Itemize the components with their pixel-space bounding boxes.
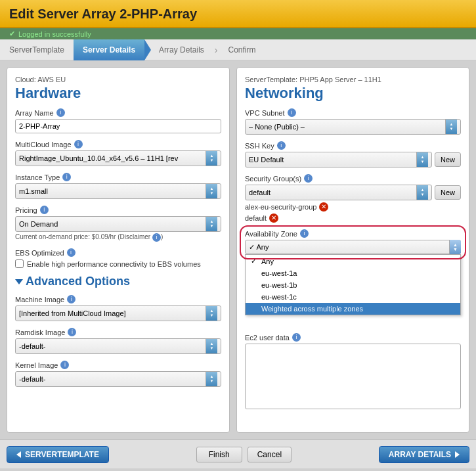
kernel-info-icon[interactable]: i xyxy=(60,361,69,369)
availability-zone-field: Availability Zone i ✓ Any ▲▼ ✓ Any xyxy=(245,229,461,254)
pricing-select[interactable]: On Demand ▲▼ xyxy=(15,216,221,232)
breadcrumb-confirm[interactable]: Confirm xyxy=(219,39,265,60)
ebs-info-icon[interactable]: i xyxy=(67,248,76,257)
availability-zone-info-icon[interactable]: i xyxy=(300,229,309,238)
ebs-checkbox-row: Enable high performance connectivity to … xyxy=(15,259,221,268)
machine-image-arrow[interactable]: ▲▼ xyxy=(206,306,217,321)
ramdisk-image-field: Ramdisk Image i -default- ▲▼ xyxy=(15,328,221,354)
ramdisk-info-icon[interactable]: i xyxy=(68,328,76,336)
ramdisk-arrow[interactable]: ▲▼ xyxy=(206,339,217,353)
finish-button[interactable]: Finish xyxy=(196,447,242,462)
ssh-key-new-button[interactable]: New xyxy=(435,152,461,167)
kernel-select-container: -default- ▲▼ xyxy=(15,371,221,387)
array-name-input[interactable] xyxy=(15,119,221,133)
availability-zone-dropdown[interactable]: ✓ Any ▲▼ ✓ Any eu-west-1a xyxy=(245,240,461,254)
breadcrumb-servertemplate[interactable]: ServerTemplate xyxy=(0,39,74,60)
ec2-user-data-info-icon[interactable]: i xyxy=(292,333,301,342)
ssh-info-icon[interactable]: i xyxy=(277,141,286,150)
multicloud-image-arrow[interactable]: ▲▼ xyxy=(206,151,217,166)
az-option-eu-west-1b[interactable]: eu-west-1b xyxy=(246,279,460,291)
security-group-item-2: default ✕ xyxy=(245,213,461,223)
array-name-field: Array Name i xyxy=(15,108,221,133)
security-groups-select[interactable]: default ▲▼ xyxy=(245,185,432,200)
kernel-image-label: Kernel Image i xyxy=(15,361,221,369)
security-groups-row: default ▲▼ New xyxy=(245,185,461,200)
availability-zone-arrow[interactable]: ▲▼ xyxy=(449,240,461,254)
vpc-subnet-select[interactable]: – None (Public) – ▲▼ xyxy=(245,119,461,135)
az-option-eu-west-1c[interactable]: eu-west-1c xyxy=(246,291,460,303)
ec2-user-data-label: Ec2 user data i xyxy=(245,333,461,342)
ssh-key-field: SSH Key i EU Default ▲▼ New xyxy=(245,141,461,168)
array-details-button[interactable]: ARRAY DETAILS xyxy=(379,446,469,463)
security-groups-arrow[interactable]: ▲▼ xyxy=(416,185,428,200)
ramdisk-select-container: -default- ▲▼ xyxy=(15,338,221,354)
checkmark-icon: ✔ xyxy=(9,30,15,38)
main-content: Cloud: AWS EU Hardware Array Name i Mult… xyxy=(0,60,476,439)
ramdisk-image-label: Ramdisk Image i xyxy=(15,328,221,336)
multicloud-image-info-icon[interactable]: i xyxy=(74,140,83,148)
pricing-arrow[interactable]: ▲▼ xyxy=(206,217,217,231)
breadcrumb: ServerTemplate Server Details Array Deta… xyxy=(0,39,476,60)
vpc-subnet-field: VPC Subnet i – None (Public) – ▲▼ xyxy=(245,108,461,135)
array-name-label: Array Name i xyxy=(15,108,221,117)
vpc-arrow[interactable]: ▲▼ xyxy=(445,120,457,134)
pricing-select-container: On Demand ▲▼ xyxy=(15,216,221,232)
breadcrumb-server-details[interactable]: Server Details xyxy=(74,39,144,60)
machine-image-field: Machine Image i [Inherited from MultiClo… xyxy=(15,295,221,321)
pricing-label: Pricing i xyxy=(15,206,221,214)
ssh-key-select[interactable]: EU Default ▲▼ xyxy=(245,152,432,168)
machine-image-info-icon[interactable]: i xyxy=(67,295,76,303)
left-panel: Cloud: AWS EU Hardware Array Name i Mult… xyxy=(7,67,230,433)
array-name-info-icon[interactable]: i xyxy=(56,108,65,117)
breadcrumb-array-details[interactable]: Array Details xyxy=(150,39,213,60)
instance-type-select-container: m1.small ▲▼ xyxy=(15,183,221,199)
footer: SERVERTEMPLATE Finish Cancel ARRAY DETAI… xyxy=(0,439,476,468)
az-option-weighted[interactable]: Weighted across multiple zones xyxy=(246,303,460,315)
instance-type-select[interactable]: m1.small ▲▼ xyxy=(15,183,221,199)
vpc-info-icon[interactable]: i xyxy=(288,108,296,117)
ebs-checkbox[interactable] xyxy=(15,259,24,268)
az-option-any[interactable]: ✓ Any xyxy=(246,255,460,267)
ec2-user-data-textarea[interactable] xyxy=(245,344,461,409)
right-panel: ServerTemplate: PHP5 App Server – 11H1 N… xyxy=(236,67,469,433)
ramdisk-select[interactable]: -default- ▲▼ xyxy=(15,338,221,354)
instance-type-info-icon[interactable]: i xyxy=(62,173,71,181)
kernel-arrow[interactable]: ▲▼ xyxy=(206,372,217,386)
back-arrow-icon xyxy=(16,451,21,458)
machine-image-select-container: [Inherited from MultiCloud Image] ▲▼ xyxy=(15,305,221,321)
pricing-disclaimer-icon[interactable]: i xyxy=(152,233,161,242)
cancel-button[interactable]: Cancel xyxy=(248,447,292,462)
security-groups-new-button[interactable]: New xyxy=(435,185,461,200)
kernel-image-field: Kernel Image i -default- ▲▼ xyxy=(15,361,221,387)
advanced-collapse-icon xyxy=(15,279,23,284)
multicloud-image-label: MultiCloud Image i xyxy=(15,140,221,148)
availability-zone-display[interactable]: ✓ Any ▲▼ xyxy=(245,240,461,254)
servertemplate-button[interactable]: SERVERTEMPLATE xyxy=(7,446,109,463)
login-banner: ✔ Logged in successfully xyxy=(0,28,476,39)
page-header: Edit Server Array 2-PHP-Array xyxy=(0,0,476,28)
page-title: Edit Server Array 2-PHP-Array xyxy=(9,7,467,22)
machine-image-select[interactable]: [Inherited from MultiCloud Image] ▲▼ xyxy=(15,305,221,321)
instance-type-arrow[interactable]: ▲▼ xyxy=(206,184,217,198)
security-info-icon[interactable]: i xyxy=(304,174,313,183)
hardware-title: Hardware xyxy=(15,85,221,102)
availability-zone-label: Availability Zone i xyxy=(245,229,461,238)
multicloud-image-field: MultiCloud Image i RightImage_Ubuntu_10.… xyxy=(15,140,221,166)
vpc-subnet-label: VPC Subnet i xyxy=(245,108,461,117)
az-option-eu-west-1a[interactable]: eu-west-1a xyxy=(246,267,460,279)
remove-security-group-2-button[interactable]: ✕ xyxy=(269,213,278,223)
ssh-key-arrow[interactable]: ▲▼ xyxy=(416,152,428,167)
multicloud-image-select[interactable]: RightImage_Ubuntu_10.04_x64_v5.6 – 11H1 … xyxy=(15,150,221,166)
security-group-name-2: default xyxy=(245,214,267,222)
kernel-select[interactable]: -default- ▲▼ xyxy=(15,371,221,387)
breadcrumb-arrow-1: › xyxy=(213,45,219,55)
pricing-info-icon[interactable]: i xyxy=(40,206,49,214)
security-groups-select-container: default ▲▼ xyxy=(245,185,432,200)
server-template-label: ServerTemplate: PHP5 App Server – 11H1 xyxy=(245,76,461,83)
availability-zone-menu: ✓ Any eu-west-1a eu-west-1b eu-west-1c xyxy=(245,254,461,315)
security-group-name-1: alex-eu-security-group xyxy=(245,203,316,211)
machine-image-label: Machine Image i xyxy=(15,295,221,303)
forward-arrow-icon xyxy=(455,451,460,458)
advanced-options-title[interactable]: Advanced Options xyxy=(15,275,221,288)
remove-security-group-1-button[interactable]: ✕ xyxy=(319,202,328,212)
